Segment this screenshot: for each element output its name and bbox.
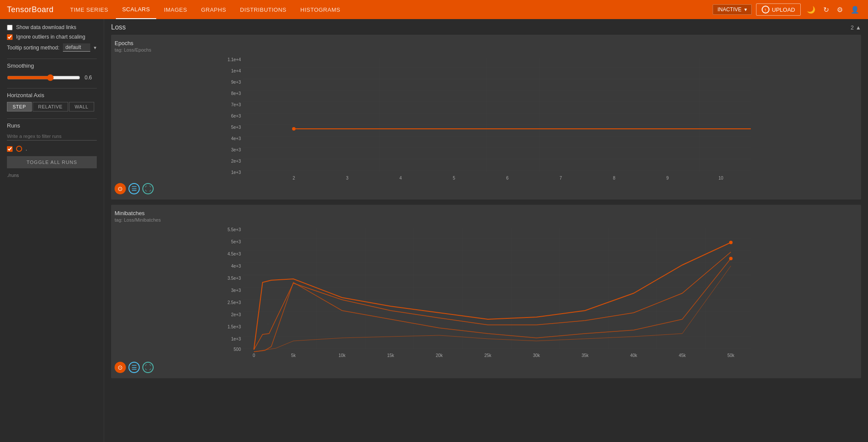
- main-content: Loss 2 ▲ Epochs tag: Loss/Epochs: [104, 19, 868, 442]
- svg-text:2: 2: [293, 176, 295, 180]
- run-dot-0: [16, 146, 22, 152]
- runs-section: Runs . TOGGLE ALL RUNS ./runs: [7, 122, 97, 178]
- toggle-all-runs-button[interactable]: TOGGLE ALL RUNS: [7, 156, 97, 168]
- svg-text:6: 6: [506, 176, 509, 180]
- show-download-links-row: Show data download links: [7, 24, 97, 30]
- epochs-list-btn[interactable]: ☰: [128, 183, 140, 194]
- svg-text:15k: 15k: [387, 353, 395, 358]
- minibatches-chart-subtitle: tag: Loss/Minibatches: [115, 217, 858, 223]
- tooltip-sorting-select[interactable]: default: [63, 43, 90, 52]
- svg-text:1.5e+3: 1.5e+3: [227, 324, 241, 329]
- svg-text:10k: 10k: [339, 353, 346, 358]
- svg-text:25k: 25k: [484, 353, 492, 358]
- svg-text:9e+3: 9e+3: [231, 80, 241, 85]
- tooltip-sorting-row: Tooltip sorting method: default ▾: [7, 43, 97, 52]
- minibatches-svg: 5.5e+3 5e+3 4.5e+3 4e+3 3.5e+3 3e+3 2.5e…: [115, 226, 858, 360]
- upload-icon: ↑: [762, 6, 769, 13]
- haxis-button-group: STEP RELATIVE WALL: [7, 102, 97, 111]
- minibatches-expand-btn[interactable]: ⛶: [142, 362, 154, 373]
- section-title: Loss: [111, 23, 126, 31]
- svg-text:3e+3: 3e+3: [231, 288, 241, 293]
- app-layout: Show data download links Ignore outliers…: [0, 19, 868, 442]
- svg-text:3e+3: 3e+3: [231, 147, 241, 152]
- upload-label: UPLOAD: [772, 7, 795, 13]
- haxis-wall-btn[interactable]: WALL: [69, 102, 94, 111]
- epochs-chart-toolbar: ⊙ ☰ ⛶: [115, 183, 858, 194]
- svg-text:5.5e+3: 5.5e+3: [227, 227, 241, 232]
- upload-button[interactable]: ↑ UPLOAD: [756, 3, 801, 16]
- svg-text:5e+3: 5e+3: [231, 125, 241, 130]
- svg-rect-1: [243, 58, 751, 173]
- svg-text:50k: 50k: [727, 353, 735, 358]
- haxis-step-btn[interactable]: STEP: [7, 102, 32, 111]
- nav-histograms[interactable]: HISTOGRAMS: [294, 0, 346, 19]
- haxis-title: Horizontal Axis: [7, 92, 97, 98]
- svg-text:4: 4: [399, 176, 402, 180]
- haxis-relative-btn[interactable]: RELATIVE: [33, 102, 68, 111]
- chevron-up-icon[interactable]: ▲: [855, 24, 861, 31]
- epochs-chart-svg-wrap: 1.1e+4 1e+4 9e+3 8e+3 7e+3 6e+3 5e+3 4e+…: [115, 56, 858, 183]
- run-row-0: .: [7, 146, 97, 152]
- sidebar-settings: Show data download links Ignore outliers…: [7, 24, 97, 52]
- svg-point-23: [292, 127, 296, 131]
- smoothing-slider[interactable]: [7, 74, 80, 81]
- svg-text:2e+3: 2e+3: [231, 159, 241, 164]
- epochs-zoom-btn[interactable]: ⊙: [115, 183, 126, 194]
- horizontal-axis-section: Horizontal Axis STEP RELATIVE WALL: [7, 92, 97, 111]
- smoothing-section: Smoothing 0.6: [7, 62, 97, 81]
- svg-text:7e+3: 7e+3: [231, 102, 241, 107]
- settings-icon[interactable]: ⚙: [835, 4, 845, 16]
- ignore-outliers-row: Ignore outliers in chart scaling: [7, 34, 97, 40]
- divider-2: [7, 88, 97, 88]
- svg-text:1e+4: 1e+4: [231, 69, 241, 73]
- svg-text:4.5e+3: 4.5e+3: [227, 252, 241, 256]
- loss-section-header: Loss 2 ▲: [111, 23, 861, 31]
- nav-images[interactable]: IMAGES: [158, 0, 194, 19]
- inactive-label: INACTIVE: [717, 7, 741, 13]
- minibatches-list-btn[interactable]: ☰: [128, 362, 140, 373]
- show-download-checkbox[interactable]: [7, 25, 13, 30]
- svg-text:9: 9: [666, 176, 669, 180]
- svg-text:3.5e+3: 3.5e+3: [227, 276, 241, 281]
- nav-time-series[interactable]: TIME SERIES: [64, 0, 115, 19]
- tooltip-dropdown-icon: ▾: [94, 45, 96, 51]
- run-checkbox-0[interactable]: [7, 146, 13, 152]
- svg-text:2e+3: 2e+3: [231, 312, 241, 317]
- sidebar: Show data download links Ignore outliers…: [0, 19, 104, 442]
- svg-text:1e+3: 1e+3: [231, 337, 241, 341]
- epochs-chart-container: Epochs tag: Loss/Epochs 1.1e+4 1e+4 9e+3: [111, 35, 861, 200]
- theme-toggle-icon[interactable]: 🌙: [805, 4, 817, 16]
- svg-text:500: 500: [233, 347, 241, 352]
- svg-text:20k: 20k: [436, 353, 443, 358]
- inactive-selector[interactable]: INACTIVE ▾: [713, 4, 751, 15]
- section-count: 2 ▲: [851, 24, 861, 31]
- ignore-outliers-checkbox[interactable]: [7, 34, 13, 40]
- svg-text:30k: 30k: [533, 353, 540, 358]
- divider-3: [7, 118, 97, 119]
- svg-text:5: 5: [453, 176, 455, 180]
- svg-point-48: [729, 241, 733, 244]
- runs-filter-input[interactable]: [7, 132, 97, 141]
- smoothing-control: 0.6: [7, 74, 97, 81]
- minibatches-zoom-btn[interactable]: ⊙: [115, 362, 126, 373]
- smoothing-title: Smoothing: [7, 62, 97, 69]
- run-label-0: .: [26, 146, 27, 152]
- epochs-svg: 1.1e+4 1e+4 9e+3 8e+3 7e+3 6e+3 5e+3 4e+…: [115, 56, 858, 182]
- runs-title: Runs: [7, 122, 97, 129]
- nav-scalars[interactable]: SCALARS: [116, 0, 156, 19]
- svg-text:2.5e+3: 2.5e+3: [227, 300, 241, 305]
- svg-text:8e+3: 8e+3: [231, 91, 241, 96]
- svg-text:0: 0: [253, 353, 255, 358]
- epochs-chart-title: Epochs: [115, 40, 858, 46]
- refresh-icon[interactable]: ↻: [822, 4, 831, 16]
- nav-graphs[interactable]: GRAPHS: [195, 0, 232, 19]
- app-brand: TensorBoard: [7, 5, 54, 14]
- epochs-expand-btn[interactable]: ⛶: [142, 183, 154, 194]
- svg-text:1.1e+4: 1.1e+4: [227, 57, 241, 62]
- minibatches-chart-svg-wrap: 5.5e+3 5e+3 4.5e+3 4e+3 3.5e+3 3e+3 2.5e…: [115, 226, 858, 362]
- account-icon[interactable]: 👤: [849, 4, 861, 16]
- nav-distributions[interactable]: DISTRIBUTIONS: [234, 0, 293, 19]
- epochs-chart-subtitle: tag: Loss/Epochs: [115, 47, 858, 52]
- svg-text:5e+3: 5e+3: [231, 239, 241, 244]
- svg-point-49: [729, 257, 733, 260]
